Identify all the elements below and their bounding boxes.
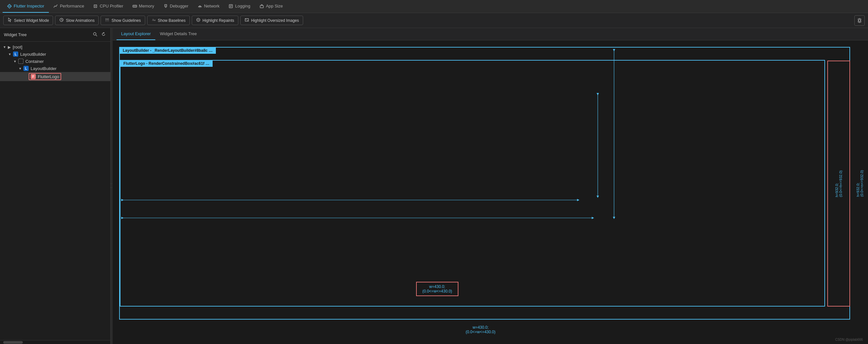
left-panel-scrollbar[interactable] — [0, 340, 111, 344]
flutter-logo-selected-box: F FlutterLogo — [29, 73, 61, 80]
debug-icon — [163, 4, 168, 8]
expand-arrow-lb2: ▼ — [18, 67, 22, 70]
outer-height-label: h=932.0;(0.0<=n<=932.0) — [852, 47, 868, 320]
flutter-logo-label-tree: FlutterLogo — [38, 74, 59, 79]
container-label: Container — [25, 59, 43, 64]
layout-builder-1-label: LayoutBuilder — [20, 52, 46, 57]
scrollbar-thumb-left — [3, 341, 23, 344]
left-panel: Widget Tree ▼ ▶ [root] ▼ L LayoutBu — [0, 28, 111, 344]
tabs: Layout Explorer Widget Details Tree — [113, 28, 868, 40]
tab-layout-explorer[interactable]: Layout Explorer — [117, 28, 155, 40]
tree-item-flutter-logo[interactable]: ▶ F FlutterLogo — [0, 72, 111, 81]
expand-arrow-container: ▼ — [13, 60, 17, 63]
flutter-logo-layout-label: FlutterLogo - RenderConstrainedBox#ac61f… — [120, 60, 213, 67]
refresh-icon[interactable] — [101, 31, 106, 38]
outer-width-label: w=430.0;(0.0<=w<=430.0) — [113, 325, 848, 334]
root-label: [root] — [13, 45, 23, 50]
nav-debugger[interactable]: Debugger — [159, 0, 193, 13]
nav-cpu-profiler[interactable]: CPU Profiler — [89, 0, 128, 13]
badge-layout-l2: L — [24, 66, 29, 71]
tab-widget-details[interactable]: Widget Details Tree — [155, 28, 201, 40]
outer-width-text: w=430.0;(0.0<=w<=430.0) — [466, 325, 495, 334]
appsize-icon — [259, 4, 264, 8]
nav-performance[interactable]: Performance — [49, 0, 89, 13]
tree-item-layout-builder-1[interactable]: ▼ L LayoutBuilder — [0, 51, 111, 58]
svg-point-3 — [95, 5, 96, 6]
log-icon — [228, 4, 233, 8]
outer-height-text: h=932.0;(0.0<=n<=932.0) — [856, 170, 864, 197]
widget-tree: ▼ ▶ [root] ▼ L LayoutBuilder ▼ Container… — [0, 42, 111, 340]
nav-flutter-inspector[interactable]: Flutter Inspector — [3, 0, 49, 13]
clock-icon — [59, 18, 64, 23]
settings-button[interactable] — [854, 15, 865, 26]
cursor-icon — [7, 18, 12, 23]
top-nav: Flutter Inspector Performance CPU Profil… — [0, 0, 868, 13]
svg-point-27 — [93, 33, 96, 35]
expand-arrow-root: ▼ — [3, 45, 6, 49]
flutter-icon — [7, 4, 12, 8]
tree-item-layout-builder-2[interactable]: ▼ L LayoutBuilder — [0, 65, 111, 72]
badge-layout-l1: L — [13, 52, 18, 57]
repaints-icon — [196, 18, 200, 23]
layout-explorer-canvas: LayoutBuilder - _RenderLayoutBuilder#8ba… — [113, 40, 868, 344]
cpu-icon — [93, 4, 98, 8]
select-widget-mode-button[interactable]: Select Widget Mode — [3, 16, 53, 25]
highlight-repaints-button[interactable]: Highlight Repaints — [192, 16, 238, 25]
search-icon[interactable] — [92, 31, 98, 38]
svg-point-24 — [198, 19, 199, 21]
height-dim-box: h=932.0;(0.0<=h<=932.0) — [827, 61, 850, 307]
highlight-oversized-button[interactable]: Highlight Oversized Images — [240, 16, 303, 25]
layout-builder-2-label: LayoutBuilder — [31, 66, 57, 71]
expand-arrow-lb1: ▼ — [8, 53, 12, 56]
layout-outer-box: LayoutBuilder - _RenderLayoutBuilder#8ba… — [119, 47, 850, 320]
svg-line-17 — [62, 20, 63, 21]
svg-rect-14 — [260, 5, 264, 8]
width-dim-box-inner: w=430.0;(0.0<=w<=430.0) — [416, 282, 458, 296]
width-label-inner: w=430.0;(0.0<=w<=430.0) — [421, 284, 453, 293]
nav-network[interactable]: Network — [193, 0, 224, 13]
layout-builder-label: LayoutBuilder - _RenderLayoutBuilder#8ba… — [120, 47, 216, 54]
nav-memory[interactable]: Memory — [128, 0, 159, 13]
watermark: CSDN @piplab666 — [835, 338, 863, 341]
oversized-icon — [245, 18, 249, 23]
svg-line-26 — [245, 19, 248, 21]
nav-app-size[interactable]: App Size — [255, 0, 287, 13]
svg-text:Aa: Aa — [152, 18, 156, 22]
right-panel: Layout Explorer Widget Details Tree — [113, 28, 868, 344]
nav-logging[interactable]: Logging — [224, 0, 255, 13]
badge-container — [18, 59, 24, 64]
panel-header: Widget Tree — [0, 28, 111, 42]
chart-icon — [53, 4, 58, 8]
guidelines-icon — [105, 18, 110, 23]
show-guidelines-button[interactable]: Show Guidelines — [101, 16, 145, 25]
expand-arrow-flutter: ▶ — [24, 75, 27, 79]
height-label-inner: h=932.0;(0.0<=h<=932.0) — [835, 170, 843, 197]
network-icon — [198, 4, 202, 8]
main-content: Widget Tree ▼ ▶ [root] ▼ L LayoutBu — [0, 28, 868, 344]
tree-item-container[interactable]: ▼ Container — [0, 58, 111, 65]
layout-inner-box: FlutterLogo - RenderConstrainedBox#ac61f… — [120, 60, 825, 307]
toolbar: Select Widget Mode Slow Animations Show … — [0, 13, 868, 28]
baselines-icon: Aa — [151, 18, 156, 23]
widget-tree-title: Widget Tree — [4, 32, 27, 37]
svg-point-23 — [197, 18, 200, 22]
panel-icons — [92, 31, 106, 38]
memory-icon — [132, 4, 137, 8]
tree-item-root[interactable]: ▼ ▶ [root] — [0, 44, 111, 51]
badge-flutter: F — [31, 74, 36, 79]
slow-animations-button[interactable]: Slow Animations — [55, 16, 99, 25]
show-baselines-button[interactable]: Aa Show Baselines — [147, 16, 190, 25]
folder-icon-root: ▶ — [8, 45, 11, 50]
svg-line-28 — [96, 35, 97, 36]
